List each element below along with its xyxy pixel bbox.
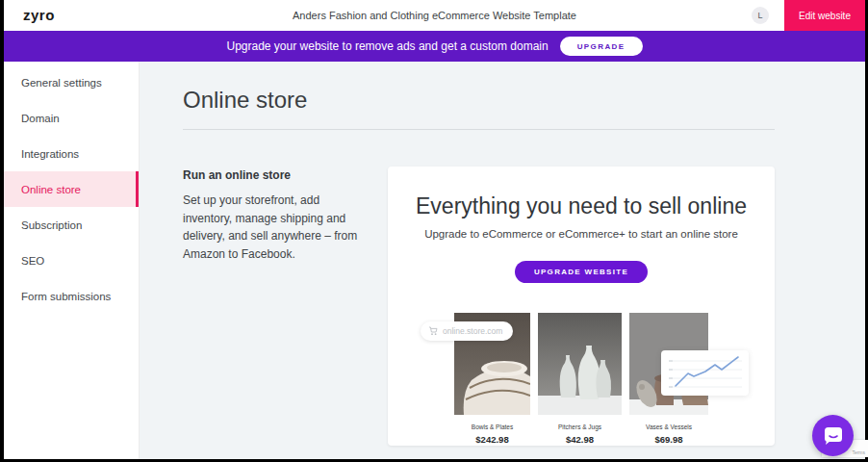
sidebar-item-seo[interactable]: SEO (4, 243, 139, 278)
chat-widget-button[interactable] (812, 415, 854, 456)
app-window: zyro Anders Fashion and Clothing eCommer… (4, 0, 865, 459)
zyro-logo[interactable]: zyro (23, 7, 55, 23)
page-title: Online store (183, 87, 865, 114)
sales-trend-chart (661, 350, 749, 396)
cart-icon (428, 326, 438, 336)
upgrade-website-button[interactable]: UPGRADE WEBSITE (515, 261, 648, 283)
run-store-section: Run an online store Set up your storefro… (183, 167, 388, 446)
run-store-title: Run an online store (183, 168, 388, 182)
ecommerce-promo-card: Everything you need to sell online Upgra… (388, 167, 775, 446)
sidebar-item-domain[interactable]: Domain (4, 100, 139, 136)
chat-bubble-icon (823, 425, 844, 446)
sidebar-item-general-settings[interactable]: General settings (4, 64, 139, 100)
main-content: Online store Run an online store Set up … (140, 62, 865, 459)
settings-sidebar: General settings Domain Integrations Onl… (4, 62, 140, 459)
product-name: Bowls & Plates (454, 424, 530, 430)
product-price: $42.98 (538, 434, 622, 445)
upgrade-banner-button[interactable]: UPGRADE (560, 37, 643, 56)
upgrade-banner: Upgrade your website to remove ads and g… (4, 31, 865, 62)
store-url-pill: online.store.com (421, 321, 513, 341)
topbar: zyro Anders Fashion and Clothing eCommer… (4, 0, 865, 31)
sales-trend-card (661, 350, 749, 396)
run-store-description: Set up your storefront, add inventory, m… (183, 192, 361, 263)
product-name: Vases & Vessels (629, 424, 708, 430)
promo-subheading: Upgrade to eCommerce or eCommerce+ to st… (388, 228, 775, 240)
product-card-pitchers: Pitchers & Jugs $42.98 (538, 313, 622, 445)
promo-heading: Everything you need to sell online (388, 193, 775, 219)
edit-website-button[interactable]: Edit website (784, 0, 865, 31)
title-divider (183, 129, 775, 130)
product-price: $69.98 (629, 434, 708, 445)
store-url-text: online.store.com (443, 326, 502, 336)
sidebar-item-online-store[interactable]: Online store (4, 171, 139, 207)
pitchers-product-image (538, 313, 622, 415)
avatar[interactable]: L (752, 7, 769, 24)
product-name: Pitchers & Jugs (538, 424, 622, 430)
sidebar-item-form-submissions[interactable]: Form submissions (4, 278, 139, 314)
terms-label[interactable]: Terms (852, 449, 865, 455)
upgrade-banner-text: Upgrade your website to remove ads and g… (227, 39, 549, 53)
sidebar-item-subscription[interactable]: Subscription (4, 207, 139, 243)
product-price: $242.98 (454, 434, 530, 445)
page-title-topbar: Anders Fashion and Clothing eCommerce We… (4, 10, 865, 21)
sidebar-item-integrations[interactable]: Integrations (4, 136, 139, 171)
